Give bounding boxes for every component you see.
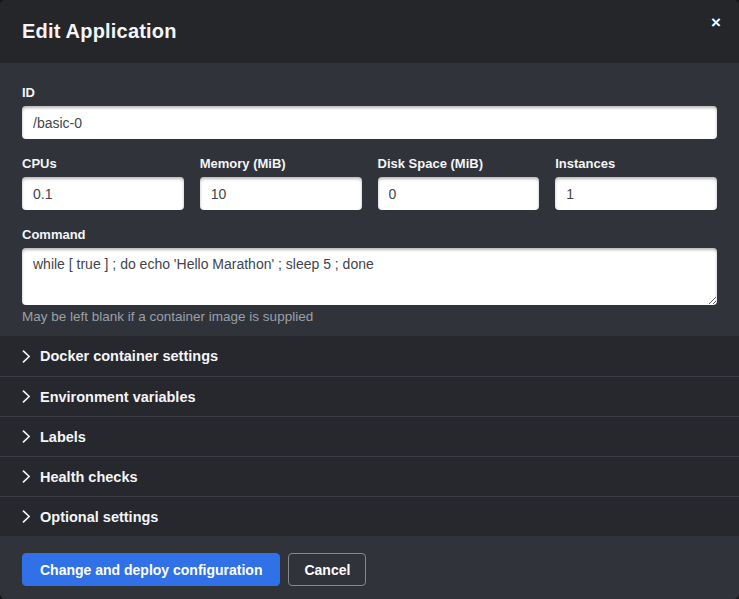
id-label: ID: [22, 85, 717, 100]
cpus-label: CPUs: [22, 156, 184, 171]
close-button[interactable]: ×: [705, 10, 727, 35]
edit-application-dialog: Edit Application × ID CPUs Memory (MiB) …: [0, 0, 739, 599]
chevron-right-icon: [22, 350, 31, 363]
command-field-group: Command while [ true ] ; do echo 'Hello …: [22, 227, 717, 324]
disk-input[interactable]: [378, 177, 540, 210]
command-label: Command: [22, 227, 717, 242]
section-label: Optional settings: [40, 509, 158, 525]
section-optional-settings[interactable]: Optional settings: [0, 496, 739, 536]
id-field-group: ID: [22, 85, 717, 139]
cpus-input[interactable]: [22, 177, 184, 210]
resources-row: CPUs Memory (MiB) Disk Space (MiB) Insta…: [22, 156, 717, 210]
memory-input[interactable]: [200, 177, 362, 210]
command-textarea[interactable]: while [ true ] ; do echo 'Hello Marathon…: [22, 248, 717, 305]
cancel-button[interactable]: Cancel: [288, 553, 366, 586]
section-label: Docker container settings: [40, 348, 218, 364]
id-input[interactable]: [22, 106, 717, 139]
cpus-field-group: CPUs: [22, 156, 184, 210]
chevron-right-icon: [22, 390, 31, 403]
instances-label: Instances: [555, 156, 717, 171]
section-environment-variables[interactable]: Environment variables: [0, 376, 739, 416]
section-label: Health checks: [40, 469, 138, 485]
dialog-title: Edit Application: [22, 20, 177, 43]
dialog-footer: Change and deploy configuration Cancel: [0, 536, 739, 599]
section-labels[interactable]: Labels: [0, 416, 739, 456]
chevron-right-icon: [22, 430, 31, 443]
memory-label: Memory (MiB): [200, 156, 362, 171]
chevron-right-icon: [22, 510, 31, 523]
collapsible-sections: Docker container settings Environment va…: [0, 336, 739, 536]
section-health-checks[interactable]: Health checks: [0, 456, 739, 496]
dialog-header: Edit Application ×: [0, 0, 739, 63]
instances-input[interactable]: [555, 177, 717, 210]
disk-label: Disk Space (MiB): [378, 156, 540, 171]
disk-field-group: Disk Space (MiB): [378, 156, 540, 210]
section-label: Labels: [40, 429, 86, 445]
chevron-right-icon: [22, 470, 31, 483]
dialog-body: ID CPUs Memory (MiB) Disk Space (MiB) In…: [0, 63, 739, 336]
instances-field-group: Instances: [555, 156, 717, 210]
close-icon: ×: [711, 13, 721, 32]
section-label: Environment variables: [40, 389, 196, 405]
section-docker-container-settings[interactable]: Docker container settings: [0, 336, 739, 376]
command-help-text: May be left blank if a container image i…: [22, 309, 717, 324]
change-and-deploy-button[interactable]: Change and deploy configuration: [22, 553, 280, 586]
memory-field-group: Memory (MiB): [200, 156, 362, 210]
